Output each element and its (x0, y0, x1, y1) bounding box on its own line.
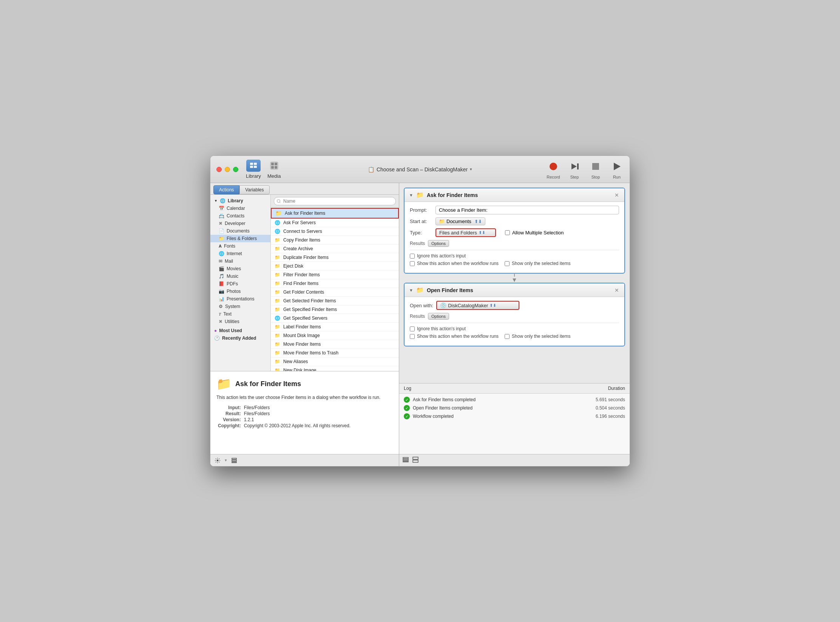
sidebar-item-system[interactable]: ⚙ System (210, 303, 270, 310)
svg-rect-19 (403, 459, 408, 460)
action-item-create-archive[interactable]: 📁 Create Archive (271, 245, 399, 253)
log-area: Log Duration ✓ Ask for Finder Items comp… (399, 383, 630, 466)
action-item-new-disk-image[interactable]: 📁 New Disk Image (271, 366, 399, 371)
tab-actions[interactable]: Actions (213, 185, 239, 194)
tab-variables[interactable]: Variables (239, 185, 269, 194)
action-item-duplicate-finder-items[interactable]: 📁 Duplicate Finder Items (271, 253, 399, 262)
type-select[interactable]: Files and Folders ⬆⬇ (435, 228, 496, 237)
action-item-get-specified-servers[interactable]: 🌐 Get Specified Servers (271, 314, 399, 323)
list-view-icon[interactable] (230, 456, 238, 465)
create-archive-icon: 📁 (275, 246, 280, 251)
action-item-new-aliases[interactable]: 📁 New Aliases (271, 357, 399, 366)
show-action-checkbox-2[interactable] (410, 334, 415, 339)
action-item-label-finder-items[interactable]: 📁 Label Finder Items (271, 323, 399, 331)
allow-multiple-checkbox[interactable] (505, 230, 510, 235)
sidebar-item-text[interactable]: T Text (210, 310, 270, 318)
ignore-input-checkbox-2[interactable] (410, 326, 415, 331)
show-action-row-2: Show this action when the workflow runs … (410, 334, 619, 339)
card-open-finder-items: ▼ 📁 Open Finder Items ✕ Open with: 💿 Dis… (404, 283, 625, 346)
split-icon[interactable] (412, 456, 419, 464)
internet-icon: 🌐 (219, 251, 224, 256)
action-item-mount-disk-image[interactable]: 📁 Mount Disk Image (271, 331, 399, 340)
ignore-input-checkbox-1[interactable] (410, 254, 415, 259)
settings-icon[interactable] (213, 456, 222, 465)
prompt-input[interactable] (435, 206, 619, 214)
sidebar-item-pdfs[interactable]: 📕 PDFs (210, 280, 270, 288)
sidebar-item-contacts[interactable]: 📇 Contacts (210, 212, 270, 220)
sidebar-item-files-folders[interactable]: 📁 Files & Folders (210, 235, 270, 242)
run-button[interactable]: Run (610, 160, 624, 179)
close-button[interactable] (216, 167, 222, 172)
title-chevron: ▾ (470, 167, 472, 172)
sidebar-item-photos[interactable]: 📷 Photos (210, 288, 270, 295)
card2-close-button[interactable]: ✕ (614, 287, 620, 293)
log-header: Log Duration (399, 383, 630, 394)
show-action-row-1: Show this action when the workflow runs … (410, 261, 619, 266)
copyright-label: Copyright: (216, 423, 242, 429)
svg-marker-13 (614, 163, 621, 170)
sidebar-item-documents[interactable]: 📄 Documents (210, 227, 270, 235)
log-duration-3: 6.196 seconds (596, 414, 625, 419)
card1-header: ▼ 📁 Ask for Finder Items ✕ (405, 188, 624, 202)
maximize-button[interactable] (233, 167, 238, 172)
show-selected-label-1: Show only the selected items (512, 261, 570, 266)
action-item-filter-finder-items[interactable]: 📁 Filter Finder Items (271, 271, 399, 279)
card2-body: Open with: 💿 DiskCatalogMaker ⬆⬇ Results… (405, 297, 624, 346)
search-input[interactable] (274, 197, 396, 205)
action-item-move-finder-items[interactable]: 📁 Move Finder Items (271, 340, 399, 349)
show-selected-checkbox-1[interactable] (505, 261, 510, 266)
minimize-button[interactable] (225, 167, 230, 172)
sidebar-item-utilities[interactable]: ✖ Utilities (210, 318, 270, 325)
log-bottom-bar (399, 454, 630, 466)
sidebar-item-fonts[interactable]: A Fonts (210, 242, 270, 250)
sidebar-item-internet[interactable]: 🌐 Internet (210, 250, 270, 257)
library-toolbar-button[interactable]: Library (246, 160, 261, 179)
sidebar-item-mail[interactable]: ✉ Mail (210, 257, 270, 265)
action-item-eject-disk[interactable]: 📁 Eject Disk (271, 262, 399, 271)
desc-header: 📁 Ask for Finder Items (216, 377, 393, 391)
options-btn-1[interactable]: Options (428, 240, 449, 247)
settings-chevron: ▾ (225, 458, 227, 463)
sidebar-item-developer[interactable]: ✖ Developer (210, 220, 270, 227)
show-action-checkbox-1[interactable] (410, 261, 415, 266)
action-item-move-finder-items-to-trash[interactable]: 📁 Move Finder Items to Trash (271, 349, 399, 357)
options-btn-2[interactable]: Options (428, 313, 449, 320)
new-aliases-icon: 📁 (275, 359, 280, 364)
sidebar-item-library[interactable]: ▼ 🌐 Library (210, 197, 270, 205)
action-item-copy-finder-items[interactable]: 📁 Copy Finder Items (271, 236, 399, 245)
card1-disclosure[interactable]: ▼ (409, 193, 413, 197)
action-item-find-finder-items[interactable]: 📁 Find Finder Items (271, 279, 399, 288)
open-with-select[interactable]: 💿 DiskCatalogMaker ⬆⬇ (436, 301, 519, 310)
show-action-label-1: Show this action when the workflow runs (417, 261, 499, 266)
stop-button[interactable]: Stop (589, 160, 602, 179)
sidebar-item-recently-added[interactable]: 🕐 Recently Added (210, 334, 270, 342)
ignore-input-row-2: Ignore this action's input (410, 326, 619, 331)
sidebar-item-presentations[interactable]: 📊 Presentations (210, 295, 270, 303)
step-button[interactable]: Step (568, 160, 581, 179)
result-label: Result: (216, 411, 242, 417)
desc-title: Ask for Finder Items (235, 380, 301, 388)
action-item-connect-to-servers[interactable]: 🌐 Connect to Servers (271, 227, 399, 236)
list-icon[interactable] (402, 456, 409, 464)
action-item-get-selected-finder-items[interactable]: 📁 Get Selected Finder Items (271, 297, 399, 305)
sidebar-item-music[interactable]: 🎵 Music (210, 273, 270, 280)
action-item-get-specified-finder-items[interactable]: 📁 Get Specified Finder Items (271, 305, 399, 314)
action-item-ask-finder-items[interactable]: 📁 Ask for Finder Items (271, 208, 399, 219)
sidebar-item-movies[interactable]: 🎬 Movies (210, 265, 270, 273)
sidebar-item-most-used[interactable]: ● Most Used (210, 327, 270, 334)
action-item-get-folder-contents[interactable]: 📁 Get Folder Contents (271, 288, 399, 297)
show-selected-checkbox-2[interactable] (505, 334, 510, 339)
media-toolbar-button[interactable]: Media (267, 160, 281, 179)
card1-close-button[interactable]: ✕ (614, 192, 620, 198)
record-button[interactable]: Record (547, 160, 560, 179)
action-item-ask-for-servers[interactable]: 🌐 Ask For Servers (271, 219, 399, 227)
log-entry-3: ✓ Workflow completed 6.196 seconds (404, 413, 625, 419)
svg-rect-6 (275, 163, 277, 165)
card2-disclosure[interactable]: ▼ (409, 288, 413, 293)
sidebar-item-calendar[interactable]: 📅 Calendar (210, 205, 270, 212)
presentations-icon: 📊 (219, 296, 224, 302)
photos-icon: 📷 (219, 289, 224, 294)
prompt-label: Prompt: (410, 207, 432, 213)
start-at-select[interactable]: 📁 Documents ⬆⬇ (435, 217, 485, 225)
get-folder-contents-icon: 📁 (275, 289, 280, 295)
